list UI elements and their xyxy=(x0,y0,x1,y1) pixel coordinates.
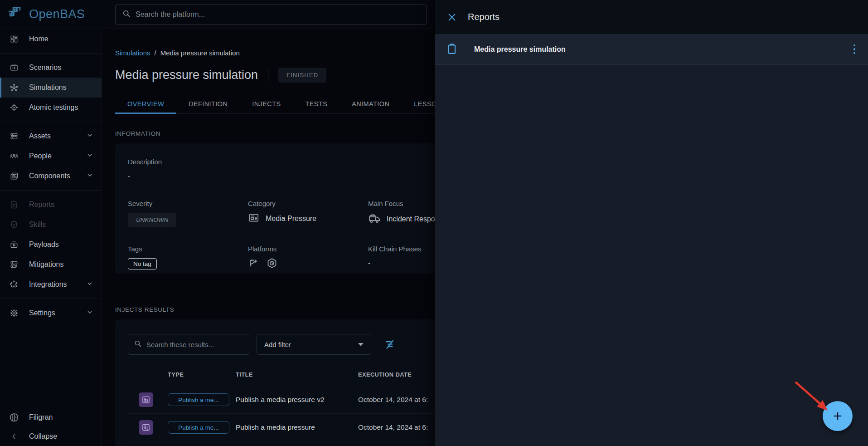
sidebar-item-reports[interactable]: Reports xyxy=(0,195,102,215)
atomic-testings-icon xyxy=(9,103,19,113)
firetruck-icon xyxy=(368,212,381,226)
severity-chip: UNKNOWN xyxy=(128,213,176,227)
sidebar-item-scenarios[interactable]: Scenarios xyxy=(0,58,102,78)
sidebar-item-simulations[interactable]: Simulations xyxy=(0,78,102,98)
inject-title: Publish a media pressure v2 xyxy=(236,396,358,404)
sidebar-item-label: Skills xyxy=(29,221,93,229)
sidebar-item-label: Integrations xyxy=(29,280,76,289)
home-icon xyxy=(9,34,19,44)
tags-field: Tags No tag xyxy=(128,245,248,271)
scenarios-icon xyxy=(9,63,19,73)
inject-type-chip: Publish a me... xyxy=(168,421,229,434)
reports-drawer: Reports Media pressure simulation xyxy=(435,0,868,446)
simulations-icon xyxy=(9,83,19,93)
assets-icon xyxy=(9,131,19,141)
platforms-label: Platforms xyxy=(248,245,368,253)
platform-search-field[interactable] xyxy=(115,5,427,25)
payloads-icon xyxy=(9,240,19,250)
reports-icon xyxy=(9,200,19,210)
add-filter-select[interactable]: Add filter xyxy=(257,334,371,355)
sidebar-item-mitigations[interactable]: Mitigations xyxy=(0,255,102,274)
table-header-spacer xyxy=(139,371,168,378)
collapse-button[interactable]: Collapse xyxy=(0,427,102,446)
drawer-header: Reports xyxy=(435,0,868,34)
chevron-down-icon xyxy=(86,132,93,141)
platform-search-input[interactable] xyxy=(136,10,420,19)
severity-label: Severity xyxy=(128,200,248,207)
media-pressure-inject-icon xyxy=(139,392,153,407)
mitigations-icon xyxy=(9,260,19,270)
tab-definition[interactable]: DEFINITION xyxy=(176,94,240,113)
add-filter-label: Add filter xyxy=(264,341,291,348)
chevron-down-icon xyxy=(358,343,364,346)
sidebar-divider xyxy=(0,53,102,54)
sidebar-divider xyxy=(0,299,102,299)
sidebar-item-label: Scenarios xyxy=(29,64,93,72)
sidebar-item-label: Mitigations xyxy=(29,260,93,269)
breadcrumb-separator: / xyxy=(155,49,156,57)
openbas-logo[interactable]: OpenBAS xyxy=(0,5,102,25)
chevron-down-icon xyxy=(86,152,93,161)
components-icon xyxy=(9,171,19,181)
sidebar-item-components[interactable]: Components xyxy=(0,166,102,186)
sidebar-divider xyxy=(0,122,102,122)
sidebar-spacer xyxy=(0,323,102,408)
results-search-input[interactable] xyxy=(146,341,243,348)
sidebar-item-skills[interactable]: Skills xyxy=(0,215,102,235)
clipboard-icon xyxy=(446,43,458,56)
sidebar-item-settings[interactable]: Settings xyxy=(0,303,102,323)
platforms-field: Platforms xyxy=(248,245,368,271)
sidebar: Home Scenarios Simulations Atomic testin… xyxy=(0,29,102,446)
page-title: Media pressure simulation xyxy=(115,68,258,82)
column-header-type[interactable]: TYPE xyxy=(168,371,236,378)
sidebar-item-assets[interactable]: Assets xyxy=(0,126,102,146)
search-icon xyxy=(122,9,131,20)
people-icon xyxy=(9,151,19,161)
column-header-title[interactable]: TITLE xyxy=(236,371,358,378)
results-search-field[interactable] xyxy=(128,334,249,355)
sidebar-item-integrations[interactable]: Integrations xyxy=(0,274,102,294)
tab-injects[interactable]: INJECTS xyxy=(240,94,293,113)
filigran-link[interactable]: Filigran xyxy=(0,408,102,427)
sidebar-item-label: Payloads xyxy=(29,240,93,249)
tab-overview[interactable]: OVERVIEW xyxy=(115,94,176,113)
chevron-down-icon xyxy=(86,280,93,289)
sidebar-item-home[interactable]: Home xyxy=(0,29,102,49)
category-label: Category xyxy=(248,200,368,207)
logo-text: OpenBAS xyxy=(29,7,85,21)
breadcrumb-simulations-link[interactable]: Simulations xyxy=(115,49,150,57)
drawer-title: Reports xyxy=(468,12,499,22)
severity-field: Severity UNKNOWN xyxy=(128,200,248,227)
newspaper-icon xyxy=(248,212,260,225)
sidebar-item-payloads[interactable]: Payloads xyxy=(0,235,102,255)
inject-title: Publish a media pressure xyxy=(236,423,358,431)
media-pressure-inject-icon xyxy=(139,420,153,435)
hexagon-cube-platform-icon xyxy=(266,257,278,271)
sidebar-item-people[interactable]: People xyxy=(0,146,102,166)
sidebar-divider xyxy=(0,190,102,191)
no-tag-chip: No tag xyxy=(128,258,157,270)
tab-tests[interactable]: TESTS xyxy=(293,94,340,113)
chevron-down-icon xyxy=(86,309,93,318)
search-icon xyxy=(134,339,142,349)
sidebar-item-label: People xyxy=(29,152,76,160)
collapse-icon xyxy=(9,431,19,441)
clear-filters-icon[interactable] xyxy=(384,338,396,350)
filigran-logo-icon xyxy=(9,412,19,422)
sidebar-item-label: Home xyxy=(29,35,93,43)
report-list-item[interactable]: Media pressure simulation xyxy=(435,34,868,65)
add-report-fab[interactable]: + xyxy=(823,401,853,431)
tab-animation[interactable]: ANIMATION xyxy=(339,94,402,113)
sidebar-item-label: Components xyxy=(29,172,76,180)
settings-icon xyxy=(9,308,19,318)
breadcrumb-current: Media pressure simulation xyxy=(160,49,240,57)
tags-label: Tags xyxy=(128,245,248,253)
sidebar-item-atomic-testings[interactable]: Atomic testings xyxy=(0,98,102,118)
integrations-icon xyxy=(9,279,19,289)
kebab-menu-icon[interactable] xyxy=(851,42,858,57)
chevron-down-icon xyxy=(86,172,93,181)
collapse-label: Collapse xyxy=(29,432,57,441)
close-icon[interactable] xyxy=(446,11,458,23)
title-divider xyxy=(268,69,268,82)
inject-type-chip: Publish a me... xyxy=(168,393,229,406)
